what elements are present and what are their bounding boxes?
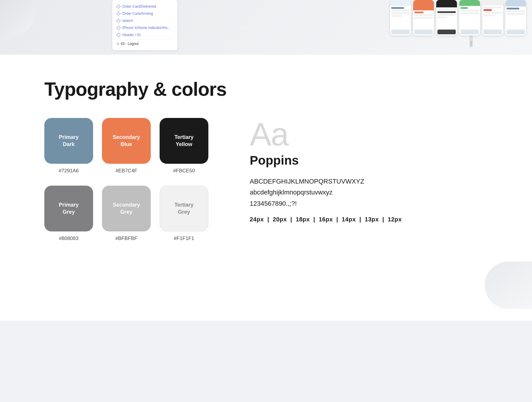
nav-item-label: Order Card/Delivered <box>122 4 156 9</box>
size-20px: 20px <box>273 216 287 223</box>
mock-line <box>507 10 525 12</box>
mock-line <box>484 7 502 8</box>
phone-mock-6 <box>505 0 526 35</box>
swatch-tertiary-grey: TertiaryGrey #F1F1F1 <box>160 186 208 241</box>
phone-footer <box>437 30 456 34</box>
typography-uppercase: ABCDEFGHIJKLMNOPQRSTUVWXYZ <box>250 176 488 187</box>
typography-numbers: 1234567890.,;?! <box>250 198 488 209</box>
swatch-hex-primary-grey: #808083 <box>59 236 78 241</box>
phone-body <box>505 7 526 30</box>
swatch-name-secondary-blue: SecondaryBlue <box>113 134 140 148</box>
phone-header <box>482 0 503 5</box>
mock-line <box>414 12 424 13</box>
phone-body <box>436 7 457 30</box>
mock-line <box>391 12 410 14</box>
phone-body <box>459 6 480 30</box>
size-24px: 24px <box>250 216 264 223</box>
size-13px: 13px <box>365 216 379 223</box>
swatch-box-primary-grey[interactable]: PrimaryGrey <box>44 186 93 231</box>
swatch-hex-secondary-blue: #EB7C4F <box>116 168 137 174</box>
size-12px: 12px <box>388 216 402 223</box>
swatch-box-primary-dark[interactable]: PrimaryDark <box>44 118 93 164</box>
size-separator: | <box>359 216 363 223</box>
size-separator: | <box>290 216 294 223</box>
phone-body <box>413 10 434 30</box>
diamond-icon <box>116 33 121 37</box>
size-18px: 18px <box>296 216 310 223</box>
phone-header <box>505 0 526 7</box>
nav-item-3[interactable]: search <box>117 17 173 24</box>
swatch-name-tertiary-grey: TertiaryGrey <box>174 202 194 215</box>
diamond-icon <box>116 4 121 9</box>
swatch-primary-grey: PrimaryGrey #808083 <box>44 186 93 241</box>
phone-mock-4 <box>459 0 480 35</box>
phone-footer <box>414 30 433 34</box>
swatch-hex-secondary-grey: #BFBFBF <box>115 236 137 241</box>
phone-footer <box>391 30 410 34</box>
size-16px: 16px <box>319 216 333 223</box>
mock-line <box>460 10 479 12</box>
swatch-box-secondary-blue[interactable]: SecondaryBlue <box>102 118 151 164</box>
size-separator: | <box>336 216 340 223</box>
swatch-hex-primary-dark: #7291A6 <box>59 168 79 174</box>
size-separator: | <box>382 216 386 223</box>
phone-footer <box>507 30 525 34</box>
mock-line <box>437 11 456 13</box>
diamond-icon <box>116 26 121 30</box>
typography-font-name: Poppins <box>250 153 488 168</box>
swatch-name-primary-grey: PrimaryGrey <box>59 202 79 215</box>
typography-aa-display: Aa <box>250 118 488 150</box>
swatch-secondary-blue: SecondaryBlue #EB7C4F <box>102 118 151 174</box>
size-14px: 14px <box>342 216 356 223</box>
mock-line <box>437 17 447 18</box>
mock-line <box>414 17 433 19</box>
decorative-circle <box>485 262 532 309</box>
swatch-name-primary-dark: PrimaryDark <box>59 134 79 148</box>
nav-panel: Order Card/Delivered Order Card/Arriving… <box>112 0 177 50</box>
nav-item-label: iPhone X/Home Indicator/Ho... <box>122 26 170 30</box>
mock-line <box>391 7 404 9</box>
mock-line <box>391 15 402 17</box>
main-content: Typography & colors PrimaryDark #7291A6 … <box>0 55 532 321</box>
mock-line <box>460 12 479 14</box>
swatch-tertiary-yellow: TertiaryYellow #FBCE50 <box>160 118 208 174</box>
mock-line <box>391 10 410 12</box>
size-separator: | <box>267 216 271 223</box>
mock-line <box>484 14 495 16</box>
swatches-row-2: PrimaryGrey #808083 SecondaryGrey #BFBFB… <box>44 186 208 241</box>
swatch-name-secondary-grey: SecondaryGrey <box>113 202 140 215</box>
diamond-icon <box>116 19 121 23</box>
nav-item-4[interactable]: iPhone X/Home Indicator/Ho... <box>117 24 173 31</box>
colors-section: PrimaryDark #7291A6 SecondaryBlue #EB7C4… <box>44 118 208 241</box>
nav-item-5[interactable]: Header / 01 <box>117 31 173 38</box>
phone-mock-5 <box>482 0 503 35</box>
colors-typography-grid: PrimaryDark #7291A6 SecondaryBlue #EB7C4… <box>44 118 488 241</box>
nav-item-label: Header / 01 <box>122 33 141 37</box>
swatch-hex-tertiary-yellow: #FBCE50 <box>173 168 195 174</box>
panel-footer: # 43 - Logout <box>117 40 173 48</box>
typography-lowercase: abcdefghijklmnopqrstuvwxyz <box>250 187 488 198</box>
footer-label: 43 - Logout <box>121 42 139 46</box>
mock-line <box>484 12 502 14</box>
nav-item-1[interactable]: Order Card/Delivered <box>117 3 173 10</box>
hash-icon: # <box>117 42 119 46</box>
nav-item-2[interactable]: Order Card/Arriving <box>117 10 173 17</box>
swatch-box-tertiary-yellow[interactable]: TertiaryYellow <box>160 118 208 164</box>
phone-mockups-row <box>390 0 526 38</box>
swatch-secondary-grey: SecondaryGrey #BFBFBF <box>102 186 151 241</box>
phone-header <box>459 0 480 6</box>
swatch-box-tertiary-grey[interactable]: TertiaryGrey <box>160 186 208 231</box>
diamond-icon <box>116 12 121 16</box>
swatch-hex-tertiary-grey: #F1F1F1 <box>174 236 194 241</box>
swatch-primary-dark: PrimaryDark #7291A6 <box>44 118 93 174</box>
swatch-box-secondary-grey[interactable]: SecondaryGrey <box>102 186 151 231</box>
phone-body <box>482 5 503 30</box>
phone-footer <box>484 30 502 34</box>
ruler-label-bottom: 3500 <box>470 41 473 46</box>
size-separator: | <box>313 216 317 223</box>
phone-mock-2 <box>413 0 434 35</box>
mock-line <box>507 8 519 9</box>
phone-header <box>413 0 434 10</box>
section-title: Typography & colors <box>44 78 488 100</box>
mock-line <box>507 13 525 15</box>
